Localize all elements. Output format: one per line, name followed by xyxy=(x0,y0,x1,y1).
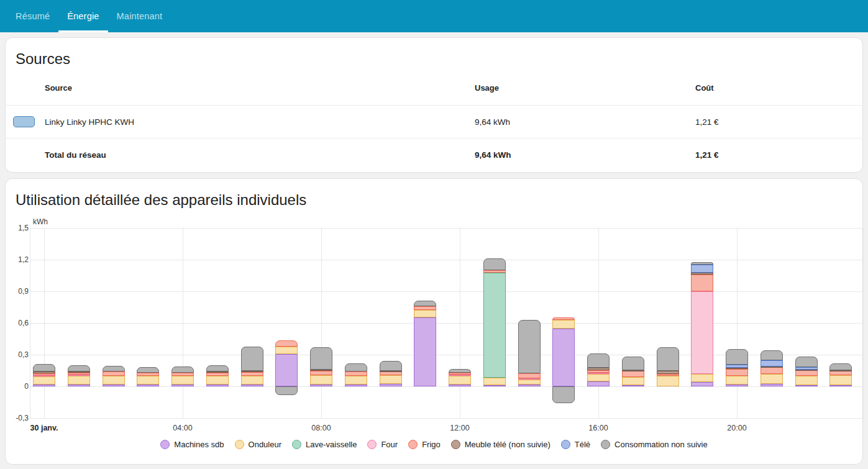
total-cost: 1,21 € xyxy=(695,150,862,160)
column-header-source: Source xyxy=(45,83,475,93)
bar-segment-onduleur xyxy=(137,376,159,385)
legend-item-onduleur[interactable]: Onduleur xyxy=(235,440,281,449)
bar-segment-tele xyxy=(761,360,783,367)
bar-segment-frigo xyxy=(518,373,541,378)
bar-segment-onduleur xyxy=(206,376,229,385)
bar-segment-machines-sdb xyxy=(726,385,748,386)
bar-segment-meuble-tele xyxy=(657,371,679,374)
legend-label-four: Four xyxy=(381,440,398,449)
bar-segment-machines-sdb xyxy=(275,354,298,386)
bar-segment-machines-sdb xyxy=(68,385,90,386)
x-tick-label: 12:00 xyxy=(450,424,469,432)
bar-segment-frigo xyxy=(795,370,818,376)
total-label: Total du réseau xyxy=(45,150,475,160)
bar-segment-machines-sdb xyxy=(137,385,159,386)
bar-segment-onduleur xyxy=(345,376,367,385)
bar-segment-onduleur xyxy=(275,347,298,354)
source-cost: 1,21 € xyxy=(695,117,862,127)
bar-segment-onduleur xyxy=(380,375,402,384)
bar-segment-machines-sdb xyxy=(518,385,541,386)
y-tick-label: 0,6 xyxy=(6,319,29,327)
source-name: Linky Linky HPHC KWH xyxy=(45,117,475,127)
bar-segment-non-suivie xyxy=(380,361,402,371)
legend-item-tele[interactable]: Télé xyxy=(561,440,590,449)
swatch-cell xyxy=(6,116,45,127)
bar-segment-machines-sdb xyxy=(622,385,644,386)
column-header-usage: Usage xyxy=(475,83,695,93)
bar-segment-onduleur xyxy=(414,310,436,317)
bar-segment-non-suivie xyxy=(552,386,575,403)
bar-segment-meuble-tele xyxy=(587,368,610,370)
bar-segment-machines-sdb xyxy=(380,384,402,386)
bar-segment-meuble-tele xyxy=(33,371,55,373)
top-tab-bar: Résumé Énergie Maintenant xyxy=(0,0,868,32)
bar-segment-machines-sdb xyxy=(171,385,194,386)
bar-segment-frigo xyxy=(275,340,298,347)
legend-label-tele: Télé xyxy=(575,440,590,449)
v-gridline xyxy=(737,228,738,418)
bar-segment-non-suivie xyxy=(103,366,125,371)
chart-legend: Machines sdbOnduleurLave-vaisselleFourFr… xyxy=(5,440,863,449)
bar-segment-machines-sdb xyxy=(103,385,125,386)
bar-segment-frigo xyxy=(414,306,436,310)
legend-swatch-non-suivie-icon xyxy=(601,440,610,449)
bar-segment-tele xyxy=(726,365,748,368)
bar-segment-meuble-tele xyxy=(310,370,332,371)
legend-item-frigo[interactable]: Frigo xyxy=(408,440,441,449)
plot-edge-line xyxy=(30,228,30,418)
bar-segment-frigo xyxy=(171,373,194,376)
bar-segment-non-suivie xyxy=(657,347,679,371)
bar-segment-onduleur xyxy=(449,376,471,385)
bar-segment-non-suivie xyxy=(726,349,748,365)
bar-segment-four xyxy=(68,375,90,376)
legend-item-four[interactable]: Four xyxy=(367,440,398,449)
bar-segment-machines-sdb xyxy=(761,384,783,386)
v-gridline xyxy=(321,228,322,418)
bar-segment-frigo xyxy=(137,373,159,376)
bar-segment-onduleur xyxy=(33,376,55,385)
v-gridline xyxy=(460,228,460,418)
bar-segment-onduleur xyxy=(483,378,506,385)
bar-segment-meuble-tele xyxy=(726,368,748,369)
bar-segment-onduleur xyxy=(103,376,125,385)
plot-area xyxy=(30,228,864,418)
tab-energie-label: Énergie xyxy=(67,11,99,21)
v-gridline xyxy=(598,228,599,418)
bar-segment-frigo xyxy=(206,373,229,376)
tab-maintenant[interactable]: Maintenant xyxy=(108,0,171,32)
bar-segment-non-suivie xyxy=(310,347,332,370)
legend-item-meuble-tele[interactable]: Meuble télé (non suivie) xyxy=(451,440,550,449)
v-gridline xyxy=(44,228,45,418)
bar-segment-non-suivie xyxy=(206,365,229,371)
tab-resume[interactable]: Résumé xyxy=(7,0,58,32)
bar-segment-meuble-tele xyxy=(829,370,852,371)
legend-item-lave-vaisselle[interactable]: Lave-vaisselle xyxy=(292,440,357,449)
bar-segment-onduleur xyxy=(726,376,748,385)
legend-swatch-tele-icon xyxy=(561,440,570,449)
y-tick-label: 1,2 xyxy=(6,255,29,264)
bar-segment-onduleur xyxy=(518,380,541,385)
x-tick-label: 30 janv. xyxy=(30,424,58,432)
sources-card: Sources Source Usage Coût Linky Linky HP… xyxy=(5,37,863,173)
bar-segment-onduleur xyxy=(761,374,783,384)
energy-dashboard: Résumé Énergie Maintenant Sources Source… xyxy=(0,0,868,469)
bar-segment-frigo xyxy=(345,371,367,376)
tab-maintenant-label: Maintenant xyxy=(117,11,163,21)
bar-segment-non-suivie xyxy=(414,301,436,306)
h-gridline xyxy=(30,260,864,260)
bar-segment-onduleur xyxy=(829,375,852,385)
bar-segment-machines-sdb xyxy=(310,385,332,386)
bar-segment-meuble-tele xyxy=(380,371,402,372)
h-gridline xyxy=(30,323,864,324)
legend-item-non-suivie[interactable]: Consommation non suivie xyxy=(601,440,708,449)
tab-energie[interactable]: Énergie xyxy=(58,0,107,32)
bar-segment-machines-sdb xyxy=(33,385,55,386)
bar-segment-non-suivie xyxy=(483,258,506,270)
bar-segment-frigo xyxy=(622,371,644,377)
bar-segment-machines-sdb xyxy=(829,385,852,386)
legend-item-machines-sdb[interactable]: Machines sdb xyxy=(160,440,224,449)
bar-segment-machines-sdb xyxy=(345,385,367,386)
bar-segment-four xyxy=(33,375,55,376)
bar-segment-non-suivie xyxy=(345,363,367,371)
bar-segment-non-suivie xyxy=(449,369,471,373)
